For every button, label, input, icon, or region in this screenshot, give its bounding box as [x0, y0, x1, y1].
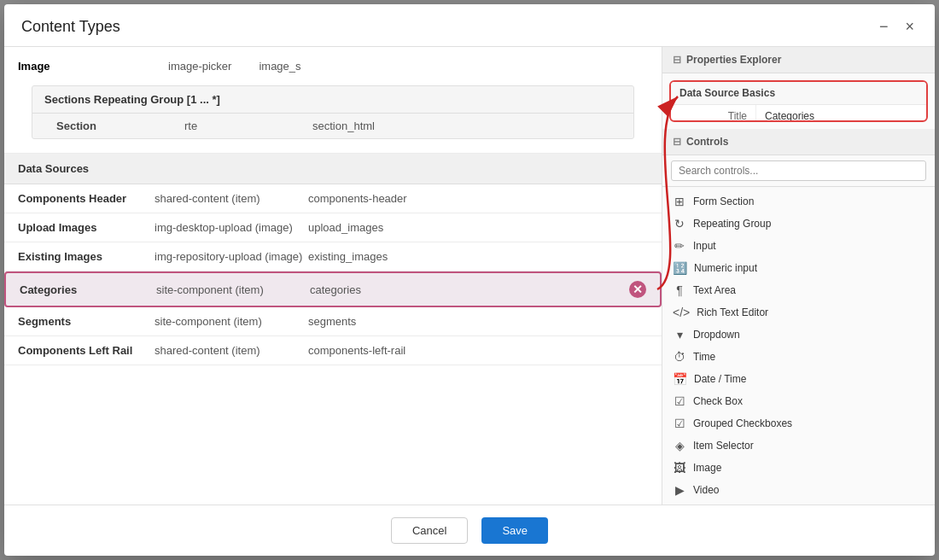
ds-row-id: categories	[310, 283, 361, 296]
control-label: Item Selector	[693, 440, 754, 452]
section-id: section_html	[261, 120, 375, 132]
control-label: Input	[693, 240, 716, 252]
ds-row-id: existing_images	[308, 250, 388, 263]
control-icon: ⏱	[673, 350, 686, 364]
control-icon: 🖼	[673, 461, 686, 475]
ds-row-label: Segments	[18, 315, 155, 328]
data-source-row: Components Left Railshared-content (item…	[4, 336, 662, 365]
modal-footer: Cancel Save	[4, 505, 935, 556]
section-label: Section	[56, 120, 159, 132]
control-label: Grouped Checkboxes	[693, 417, 792, 429]
ds-row-label: Components Header	[18, 192, 155, 205]
control-label: Date / Time	[694, 373, 746, 385]
control-icon: </>	[673, 306, 690, 319]
controls-list: ⊞Form Section↻Repeating Group✏Input🔢Nume…	[662, 187, 935, 505]
controls-search-area	[662, 155, 935, 187]
ds-row-type: site-component (item)	[156, 283, 310, 296]
data-sources-rows: Components Headershared-content (item)co…	[4, 184, 662, 365]
image-label: Image	[18, 54, 155, 79]
controls-list-item[interactable]: ☑Check Box	[662, 390, 935, 412]
image-section: Image image-picker image_s Sections Repe…	[4, 47, 662, 154]
control-label: Video	[693, 484, 719, 496]
controls-list-item[interactable]: ▾Dropdown	[662, 324, 935, 346]
save-button[interactable]: Save	[481, 517, 548, 544]
control-icon: ¶	[673, 283, 686, 297]
controls-list-item[interactable]: </>Rich Text Editor	[662, 301, 935, 324]
ds-row-label: Components Left Rail	[18, 344, 155, 357]
control-icon: 🔢	[673, 261, 687, 275]
ds-row-id: components-header	[308, 192, 407, 205]
modal-header: Content Types − ×	[4, 4, 935, 47]
control-label: Check Box	[693, 395, 743, 407]
data-source-row: Upload Imagesimg-desktop-upload (image)u…	[4, 213, 662, 242]
data-source-row: Existing Imagesimg-repository-upload (im…	[4, 242, 662, 271]
control-icon: ☑	[673, 394, 686, 408]
control-icon: ▾	[673, 328, 686, 341]
prop-title-value: Categories	[756, 105, 926, 122]
right-panel: ⊟ Properties Explorer Data Source Basics…	[662, 47, 935, 505]
data-sources-section: Data Sources Components Headershared-con…	[4, 154, 662, 505]
ds-row-id: components-left-rail	[308, 344, 405, 357]
control-label: Time	[693, 351, 715, 363]
control-label: Dropdown	[693, 329, 740, 341]
prop-title-row: Title Categories	[671, 105, 926, 122]
image-id: image_s	[245, 54, 314, 79]
modal-header-actions: − ×	[876, 16, 918, 38]
control-label: Image	[693, 462, 721, 474]
control-label: Form Section	[693, 195, 754, 207]
data-source-row: Segmentssite-component (item)segments	[4, 307, 662, 336]
ds-row-id: upload_images	[308, 221, 383, 234]
properties-explorer-header: ⊟ Properties Explorer	[662, 47, 935, 73]
controls-list-item[interactable]: 🖼Image	[662, 457, 935, 479]
controls-list-item[interactable]: ▶Video	[662, 479, 935, 501]
control-label: Text Area	[693, 284, 736, 296]
controls-list-item[interactable]: 🔢Numeric input	[662, 257, 935, 279]
image-type: image-picker	[155, 54, 245, 79]
control-icon: ⊞	[673, 195, 686, 208]
ds-row-type: shared-content (item)	[155, 192, 308, 205]
ds-row-type: img-desktop-upload (image)	[155, 221, 308, 234]
properties-box: Data Source Basics Title Categories Name…	[669, 80, 928, 122]
sections-group-header: Sections Repeating Group [1 ... *]	[32, 86, 633, 114]
ds-row-id: segments	[308, 315, 356, 328]
ds-row-label: Upload Images	[18, 221, 155, 234]
ds-row-label: Categories	[20, 283, 156, 296]
modal-body: Image image-picker image_s Sections Repe…	[4, 47, 935, 505]
data-source-row: Categoriessite-component (item)categorie…	[4, 271, 662, 307]
properties-icon: ⊟	[673, 54, 681, 66]
main-content: Image image-picker image_s Sections Repe…	[4, 47, 662, 505]
controls-icon: ⊟	[673, 136, 681, 148]
controls-list-item[interactable]: ✏Input	[662, 235, 935, 257]
control-label: Repeating Group	[693, 218, 771, 230]
controls-search-input[interactable]	[671, 160, 926, 181]
data-source-row: Components Headershared-content (item)co…	[4, 184, 662, 213]
controls-list-item[interactable]: ¶Text Area	[662, 279, 935, 301]
control-label: Numeric input	[694, 262, 757, 274]
cancel-button[interactable]: Cancel	[391, 517, 468, 544]
sections-group: Sections Repeating Group [1 ... *] Secti…	[32, 85, 634, 139]
control-icon: ✏	[673, 239, 686, 253]
close-button[interactable]: ×	[901, 16, 918, 38]
minimize-button[interactable]: −	[876, 16, 892, 38]
control-icon: ☑	[673, 417, 686, 430]
control-icon: ▶	[673, 483, 686, 497]
ds-row-type: shared-content (item)	[155, 344, 308, 357]
controls-list-item[interactable]: ↻Repeating Group	[662, 213, 935, 235]
ds-row-label: Existing Images	[18, 250, 155, 263]
controls-list-item[interactable]: 📅Date / Time	[662, 368, 935, 390]
data-sources-header: Data Sources	[4, 154, 662, 184]
ds-row-type: img-repository-upload (image)	[155, 250, 308, 263]
prop-title-label: Title	[671, 105, 756, 122]
control-icon: 📅	[673, 372, 687, 386]
remove-data-source-button[interactable]: ✕	[629, 281, 646, 298]
controls-list-item[interactable]: ⏱Time	[662, 346, 935, 368]
ds-row-type: site-component (item)	[155, 315, 308, 328]
control-icon: ↻	[673, 217, 686, 230]
control-label: Rich Text Editor	[697, 306, 768, 318]
control-icon: ◈	[673, 439, 686, 452]
modal-title: Content Types	[21, 18, 120, 36]
controls-list-item[interactable]: ◈Item Selector	[662, 435, 935, 457]
controls-list-item[interactable]: ⊞Form Section	[662, 190, 935, 213]
controls-list-item[interactable]: ☑Grouped Checkboxes	[662, 412, 935, 435]
section-type: rte	[159, 120, 261, 132]
